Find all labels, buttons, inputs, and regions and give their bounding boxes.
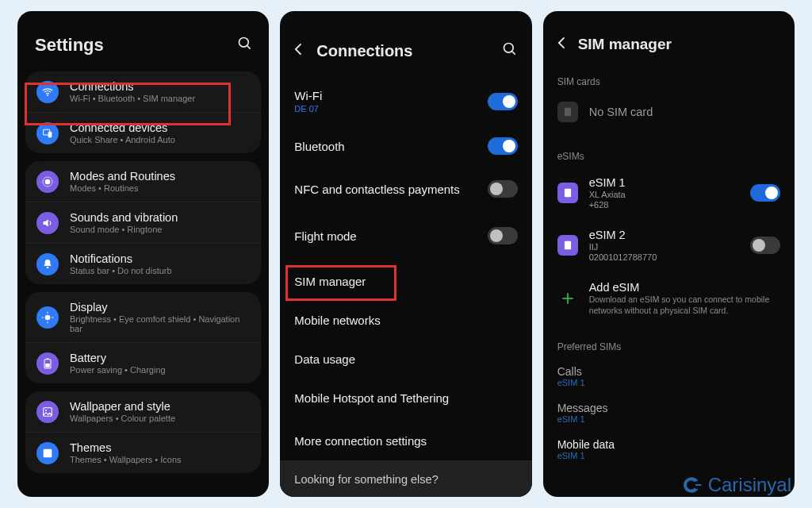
settings-screen: Settings ConnectionsWi-Fi • Bluetooth • … — [17, 11, 269, 497]
looking-for-something[interactable]: Looking for something else? — [280, 460, 531, 497]
toggle[interactable] — [488, 137, 518, 155]
item-subtitle: Modes • Routines — [70, 183, 175, 193]
toggle[interactable] — [488, 227, 518, 244]
connections-item-data-usage[interactable]: Data usage — [280, 340, 531, 379]
connections-item-mobile-networks[interactable]: Mobile networks — [280, 301, 531, 340]
sim-icon — [557, 183, 578, 203]
settings-item-themes[interactable]: ThemesThemes • Wallpapers • Icons — [25, 432, 261, 473]
section-sim-cards: SIM cards — [543, 68, 795, 92]
battery-icon — [36, 352, 59, 375]
toggle[interactable] — [750, 237, 780, 254]
item-title: Flight mode — [294, 229, 356, 243]
settings-item-connected-devices[interactable]: Connected devicesQuick Share • Android A… — [25, 112, 261, 153]
item-subtitle: Quick Share • Android Auto — [70, 135, 175, 144]
svg-point-2 — [47, 94, 48, 96]
settings-item-modes-and-routines[interactable]: Modes and RoutinesModes • Routines — [25, 161, 261, 202]
svg-point-8 — [45, 314, 51, 320]
item-subtitle: Brightness • Eye comfort shield • Naviga… — [70, 314, 250, 333]
settings-item-connections[interactable]: ConnectionsWi-Fi • Bluetooth • SIM manag… — [25, 71, 261, 112]
item-title: Mobile Hotspot and Tethering — [294, 391, 449, 405]
svg-point-0 — [239, 38, 249, 48]
svg-rect-15 — [45, 364, 49, 368]
item-title: Wi-Fi — [294, 89, 322, 102]
svg-point-17 — [45, 410, 47, 411]
pref-value: eSIM 1 — [543, 414, 795, 430]
section-esims: eSIMs — [543, 143, 795, 167]
pref-label: Calls — [543, 357, 795, 378]
svg-rect-4 — [48, 132, 52, 137]
item-title: Bluetooth — [294, 140, 344, 153]
preferred-messages[interactable]: MessageseSIM 1 — [543, 394, 795, 430]
connections-item-more-connection-settings[interactable]: More connection settings — [280, 421, 531, 460]
item-title: NFC and contactless payments — [294, 183, 459, 196]
svg-rect-16 — [44, 407, 52, 416]
back-icon[interactable] — [291, 41, 307, 60]
settings-item-battery[interactable]: BatteryPower saving • Charging — [25, 342, 261, 383]
settings-item-sounds-and-vibration[interactable]: Sounds and vibrationSound mode • Rington… — [25, 202, 261, 243]
bell-icon — [36, 253, 59, 275]
page-title: Connections — [316, 42, 495, 60]
add-esim-row[interactable]: Add eSIM Download an eSIM so you can con… — [543, 271, 795, 325]
item-title: Notifications — [70, 252, 172, 265]
toggle[interactable] — [750, 184, 780, 202]
esim-carrier: IIJ — [589, 242, 657, 252]
svg-rect-14 — [47, 358, 49, 359]
pref-value: eSIM 1 — [543, 451, 795, 467]
section-preferred: Preferred SIMs — [543, 333, 795, 357]
toggle[interactable] — [488, 93, 518, 110]
item-title: Mobile networks — [294, 314, 380, 327]
back-icon[interactable] — [554, 35, 570, 54]
item-title: Battery — [70, 352, 166, 364]
svg-line-20 — [511, 52, 515, 55]
settings-item-display[interactable]: DisplayBrightness • Eye comfort shield •… — [25, 292, 261, 342]
connections-item-wi-fi[interactable]: Wi-FiDE 07 — [280, 78, 531, 125]
settings-item-notifications[interactable]: NotificationsStatus bar • Do not disturb — [25, 243, 261, 284]
display-icon — [36, 306, 59, 329]
item-title: Modes and Routines — [70, 170, 175, 183]
wifi-icon — [36, 81, 59, 103]
svg-line-1 — [247, 46, 251, 49]
no-sim-row: No SIM card — [543, 92, 795, 132]
sound-icon — [36, 212, 59, 234]
item-title: Data usage — [294, 352, 355, 366]
item-title: SIM manager — [294, 275, 366, 288]
connections-screen: Connections Wi-FiDE 07BluetoothNFC and c… — [280, 11, 531, 497]
item-subtitle: Themes • Wallpapers • Icons — [70, 455, 182, 464]
connections-item-mobile-hotspot-and-tethering[interactable]: Mobile Hotspot and Tethering — [280, 379, 531, 418]
sim-manager-screen: SIM manager SIM cards No SIM card eSIMs … — [543, 11, 795, 497]
wallpaper-icon — [36, 401, 59, 423]
pref-value: eSIM 1 — [543, 378, 795, 394]
item-title: Wallpaper and style — [70, 400, 175, 413]
item-subtitle: Wallpapers • Colour palette — [70, 414, 175, 423]
item-subtitle: Sound mode • Ringtone — [70, 225, 178, 234]
item-title: Connections — [70, 80, 195, 93]
item-title: Connected devices — [70, 121, 175, 134]
item-subtitle: DE 07 — [294, 104, 322, 114]
preferred-mobile-data[interactable]: Mobile dataeSIM 1 — [543, 430, 795, 467]
esim-number: 02001012788770 — [589, 252, 657, 262]
svg-rect-21 — [565, 108, 571, 117]
search-icon[interactable] — [502, 41, 518, 60]
preferred-calls[interactable]: CallseSIM 1 — [543, 357, 795, 394]
item-title: Sounds and vibration — [70, 211, 178, 224]
search-icon[interactable] — [237, 36, 253, 55]
devices-icon — [36, 122, 59, 144]
svg-point-5 — [45, 179, 51, 184]
esim-row-esim-1[interactable]: eSIM 1XL Axiata+628 — [543, 167, 795, 219]
settings-item-wallpaper-and-style[interactable]: Wallpaper and styleWallpapers • Colour p… — [25, 391, 261, 432]
esim-row-esim-2[interactable]: eSIM 2IIJ02001012788770 — [543, 219, 795, 271]
connections-item-flight-mode[interactable]: Flight mode — [280, 214, 531, 257]
connections-item-nfc-and-contactless-payments[interactable]: NFC and contactless payments — [280, 167, 531, 210]
svg-rect-23 — [565, 241, 571, 250]
pref-label: Mobile data — [543, 430, 795, 451]
esim-carrier: XL Axiata — [589, 190, 626, 199]
themes-icon — [36, 442, 59, 464]
svg-rect-22 — [565, 189, 571, 198]
svg-rect-18 — [44, 448, 52, 457]
toggle[interactable] — [488, 180, 518, 198]
svg-rect-7 — [47, 267, 49, 268]
esim-name: eSIM 1 — [589, 176, 626, 189]
connections-item-bluetooth[interactable]: Bluetooth — [280, 125, 531, 167]
item-subtitle: Power saving • Charging — [70, 365, 166, 375]
connections-item-sim-manager[interactable]: SIM manager — [280, 262, 531, 301]
